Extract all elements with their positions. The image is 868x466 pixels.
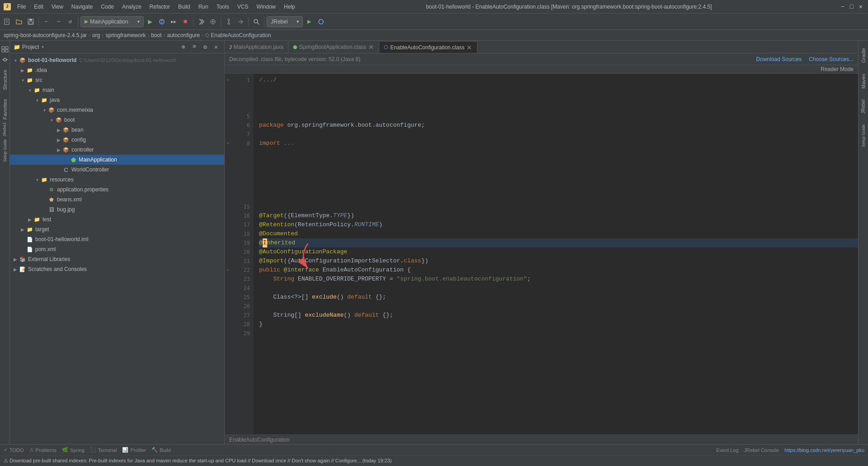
structure-tab[interactable]: Structure xyxy=(1,66,9,94)
tab-close-spring[interactable]: ✕ xyxy=(368,44,374,50)
menu-code[interactable]: Code xyxy=(97,3,118,11)
menu-tools[interactable]: Tools xyxy=(213,3,233,11)
reader-mode-btn[interactable]: Reader Mode xyxy=(821,66,854,72)
close-panel-btn[interactable]: ✕ xyxy=(212,43,221,52)
bottom-info-content: ⚠ Download pre-built shared indexes: Pre… xyxy=(4,458,392,464)
run-config-selector[interactable]: ▶ MainApplication ▾ xyxy=(80,16,144,27)
tree-idea[interactable]: ▶ 📁 .idea xyxy=(10,65,224,75)
tree-package-bean[interactable]: ▶ 📦 bean xyxy=(10,125,224,135)
breadcrumb-org[interactable]: org xyxy=(92,32,100,38)
tree-scratches[interactable]: ▶ 📝 Scratches and Consoles xyxy=(10,264,224,274)
panel-options-btn[interactable]: ⚙ xyxy=(201,43,210,52)
locate-file-btn[interactable]: ⊕ xyxy=(179,43,188,52)
jrebel-right-tab[interactable]: JRebel xyxy=(860,96,867,117)
tree-pom[interactable]: ▶ 📄 pom.xml xyxy=(10,244,224,254)
menu-run[interactable]: Run xyxy=(195,3,212,11)
menu-navigate[interactable]: Navigate xyxy=(68,3,96,11)
tab-main-application[interactable]: J MainApplication.java xyxy=(225,41,288,53)
fold-8[interactable]: ▾ xyxy=(225,139,231,148)
toolbar-back-btn[interactable]: ← xyxy=(41,16,52,27)
toolbar-btn-5[interactable] xyxy=(196,16,207,27)
problems-status[interactable]: ⚠ Problems xyxy=(29,447,57,453)
jrebel-selector[interactable]: JRebel ▾ xyxy=(267,16,303,27)
tree-java[interactable]: ▾ 📁 java xyxy=(10,95,224,105)
tree-bug-jpg[interactable]: ▶ 🖼 bug.jpg xyxy=(10,204,224,214)
menu-vcs[interactable]: VCS xyxy=(234,3,252,11)
profiler-status[interactable]: 📊 Profiler xyxy=(122,447,146,453)
collapse-all-btn[interactable]: ≡ xyxy=(190,43,199,52)
maximize-button[interactable]: □ xyxy=(848,3,855,10)
tree-package-com[interactable]: ▾ 📦 com.meimeixia xyxy=(10,105,224,115)
debug-button[interactable] xyxy=(156,16,167,27)
tree-root[interactable]: ▾ 📦 boot-01-helloworld C:\Users\32120\De… xyxy=(10,55,224,65)
close-button[interactable]: ✕ xyxy=(857,3,864,10)
maven-tab[interactable]: Maven xyxy=(860,70,867,92)
toolbar-revert-btn[interactable]: ↺ xyxy=(65,16,75,27)
favorites-tab[interactable]: Favorites xyxy=(1,95,9,123)
spring-status[interactable]: 🌿 Spring xyxy=(62,447,85,453)
stop-button[interactable]: ■ xyxy=(180,16,191,27)
toolbar-btn-6[interactable] xyxy=(208,16,218,27)
tree-main-application[interactable]: ▶ ⬟ MainApplication xyxy=(10,155,224,165)
menu-refactor[interactable]: Refactor xyxy=(146,3,174,11)
tree-iml[interactable]: ▶ 📄 boot-01-helloworld.iml xyxy=(10,234,224,244)
breadcrumb-autoconfigure[interactable]: autoconfigure xyxy=(167,32,200,38)
jrebel-icon[interactable]: JRebel xyxy=(0,125,9,134)
tree-world-controller[interactable]: ▶ C WorldController xyxy=(10,165,224,175)
menu-edit[interactable]: Edit xyxy=(30,3,47,11)
menu-view[interactable]: View xyxy=(48,3,67,11)
fold-3 xyxy=(225,94,231,103)
run-button[interactable]: ▶ xyxy=(145,16,156,27)
minimize-button[interactable]: − xyxy=(839,3,846,10)
menu-help[interactable]: Help xyxy=(280,3,299,11)
tree-src[interactable]: ▾ 📁 src xyxy=(10,75,224,85)
gradle-tab[interactable]: Gradle xyxy=(860,44,867,67)
menu-file[interactable]: File xyxy=(14,3,29,11)
setup-guide-right-tab[interactable]: Setup Guide xyxy=(860,121,867,151)
tree-test[interactable]: ▶ 📁 test xyxy=(10,214,224,224)
tree-beans-xml[interactable]: ▶ ⬟ beans.xml xyxy=(10,195,224,204)
ln-7: 7 xyxy=(247,130,250,139)
commit-icon[interactable] xyxy=(0,55,9,64)
tab-enable-auto[interactable]: ⬡ EnableAutoConfiguration.class ✕ xyxy=(379,41,477,53)
jrebel-run-btn[interactable]: ▶ xyxy=(304,16,315,27)
event-log-status[interactable]: Event Log xyxy=(716,447,739,453)
toolbar-open-btn[interactable] xyxy=(14,16,24,27)
tree-app-properties[interactable]: ▶ ⚙ application.properties xyxy=(10,185,224,195)
build-status[interactable]: 🔨 Build xyxy=(151,447,170,453)
tab-close-enable-auto[interactable]: ✕ xyxy=(466,44,472,51)
menu-analyze[interactable]: Analyze xyxy=(118,3,145,11)
tree-external-libs[interactable]: ▶ 📚 External Libraries xyxy=(10,254,224,264)
bottom-url[interactable]: https://blog.csdn.net/yerenyuan_pku xyxy=(784,447,864,453)
download-sources-link[interactable]: Download Sources xyxy=(756,56,802,62)
toolbar-commit-btn[interactable] xyxy=(235,16,246,27)
choose-sources-link[interactable]: Choose Sources... xyxy=(809,56,854,62)
run-with-coverage-btn[interactable]: ▶▶ xyxy=(168,16,179,27)
code-content[interactable]: /.../ package org.springframework.boot.a… xyxy=(254,74,858,434)
tree-package-config[interactable]: ▶ 📦 config xyxy=(10,135,224,145)
toolbar-new-btn[interactable] xyxy=(2,16,13,27)
tree-main[interactable]: ▾ 📁 main xyxy=(10,85,224,95)
project-icon[interactable] xyxy=(0,44,9,53)
toolbar-search-btn[interactable] xyxy=(251,16,262,27)
setup-guide-tab[interactable]: Setup Guide xyxy=(2,136,8,166)
jrebel-debug-btn[interactable] xyxy=(316,16,326,27)
terminal-status[interactable]: ⬛ Terminal xyxy=(90,447,117,453)
tree-resources[interactable]: ▾ 📁 resources xyxy=(10,175,224,185)
toolbar-save-btn[interactable] xyxy=(25,16,36,27)
breadcrumb-springframework[interactable]: springframework xyxy=(105,32,146,38)
breadcrumb-boot[interactable]: boot xyxy=(151,32,161,38)
jrebel-console-status[interactable]: JRebel Console xyxy=(744,447,779,453)
tree-package-boot[interactable]: ▾ 📦 boot xyxy=(10,115,224,125)
breadcrumb-jar[interactable]: spring-boot-autoconfigure-2.4.5.jar xyxy=(4,32,87,38)
tree-package-controller[interactable]: ▶ 📦 controller xyxy=(10,145,224,155)
fold-22[interactable]: ▾ xyxy=(225,266,231,275)
toolbar-vcs-btn[interactable] xyxy=(223,16,234,27)
todo-status[interactable]: ✓ TODO xyxy=(4,447,24,453)
fold-1[interactable]: ▾ xyxy=(225,76,231,85)
toolbar-forward-btn[interactable]: → xyxy=(53,16,64,27)
tree-target[interactable]: ▶ 📁 target xyxy=(10,224,224,234)
tab-spring-boot-app[interactable]: ⬟ SpringBootApplication.class ✕ xyxy=(288,41,380,53)
menu-window[interactable]: Window xyxy=(253,3,279,11)
menu-build[interactable]: Build xyxy=(175,3,194,11)
